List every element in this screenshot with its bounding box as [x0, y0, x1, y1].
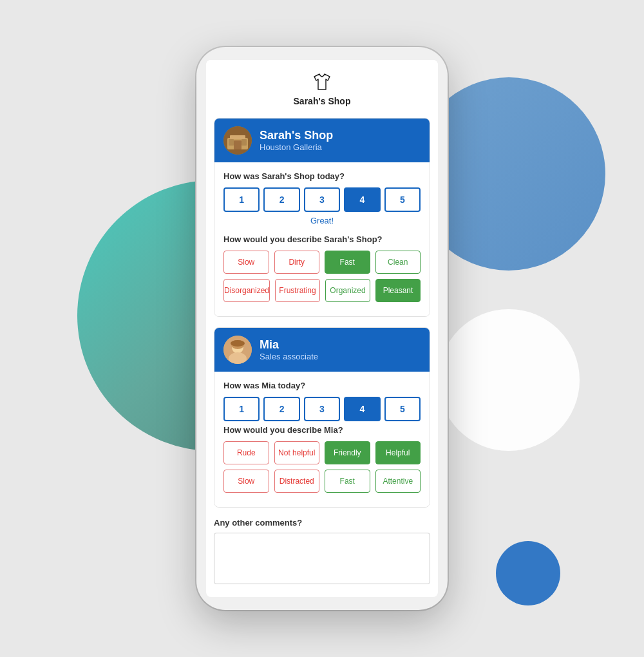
shop-tags: Slow Dirty Fast Clean Disorganized Frust…: [223, 251, 421, 302]
shop-describe-question: How would you describe Sarah's Shop?: [223, 234, 421, 244]
mia-role: Sales associate: [260, 352, 318, 361]
shirt-icon: [310, 70, 334, 93]
mia-survey-card: Mia Sales associate How was Mia today? 1…: [214, 327, 430, 508]
phone-frame: Sarah's Shop Sarah's Shop Hous: [196, 47, 448, 610]
mia-rating-question: How was Mia today?: [223, 381, 421, 390]
shop-tag-pleasant[interactable]: Pleasant: [375, 279, 421, 302]
mia-tag-fast[interactable]: Fast: [325, 470, 370, 493]
mia-tags: Rude Not helpful Friendly Helpful Slow D…: [223, 441, 421, 493]
svg-rect-3: [234, 140, 242, 149]
mia-header-info: Mia Sales associate: [260, 338, 318, 361]
shop-rating-5[interactable]: 5: [384, 187, 421, 212]
shop-rating-3[interactable]: 3: [304, 187, 340, 212]
bg-circle-white: [438, 309, 580, 451]
shop-name: Sarah's Shop: [260, 129, 333, 142]
shop-rating-question: How was Sarah's Shop today?: [223, 171, 421, 181]
shop-tag-clean[interactable]: Clean: [375, 251, 421, 274]
app-header: Sarah's Shop: [206, 60, 438, 113]
shop-rating-caption: Great!: [223, 216, 421, 225]
mia-rating-1[interactable]: 1: [223, 397, 260, 421]
svg-rect-5: [242, 139, 247, 146]
shop-rating-row: 1 2 3 4 5: [223, 187, 421, 212]
shop-location: Houston Galleria: [260, 142, 333, 152]
mia-avatar: [223, 336, 252, 364]
shop-tags-row-2: Disorganized Frustrating Organized Pleas…: [223, 279, 421, 302]
shop-rating-4[interactable]: 4: [344, 187, 380, 212]
mia-tag-distracted[interactable]: Distracted: [274, 470, 320, 493]
shop-tag-fast[interactable]: Fast: [325, 251, 370, 274]
bg-circle-blue-small: [496, 541, 560, 605]
mia-rating-3[interactable]: 3: [304, 397, 340, 421]
mia-card-body: How was Mia today? 1 2 3 4 5 How would y…: [214, 372, 430, 507]
shop-tag-slow[interactable]: Slow: [223, 251, 269, 274]
shop-tag-organized[interactable]: Organized: [325, 279, 370, 302]
mia-name: Mia: [260, 338, 318, 352]
shop-tag-frustrating[interactable]: Frustrating: [275, 279, 320, 302]
mia-tag-attentive[interactable]: Attentive: [375, 470, 421, 493]
comments-textarea[interactable]: [214, 533, 430, 584]
mia-rating-5[interactable]: 5: [384, 397, 421, 421]
shop-tag-dirty[interactable]: Dirty: [274, 251, 320, 274]
mia-card-header: Mia Sales associate: [214, 328, 430, 372]
shop-avatar: [223, 126, 252, 155]
mia-tags-row-1: Rude Not helpful Friendly Helpful: [223, 441, 421, 464]
mia-rating-2[interactable]: 2: [263, 397, 299, 421]
shop-tags-row-1: Slow Dirty Fast Clean: [223, 251, 421, 274]
mia-describe-question: How would you describe Mia?: [223, 425, 421, 435]
phone-screen: Sarah's Shop Sarah's Shop Hous: [206, 60, 438, 597]
mia-rating-row: 1 2 3 4 5: [223, 397, 421, 421]
comments-section: Any other comments?: [214, 518, 430, 587]
mia-tag-rude[interactable]: Rude: [223, 441, 269, 464]
mia-tag-slow[interactable]: Slow: [223, 470, 269, 493]
mia-tag-not-helpful[interactable]: Not helpful: [274, 441, 320, 464]
shop-survey-card: Sarah's Shop Houston Galleria How was Sa…: [214, 118, 430, 317]
svg-rect-4: [229, 139, 234, 146]
mia-rating-4[interactable]: 4: [344, 397, 380, 421]
shop-header-info: Sarah's Shop Houston Galleria: [260, 129, 333, 152]
mia-tag-friendly[interactable]: Friendly: [325, 441, 370, 464]
shop-tag-disorganized[interactable]: Disorganized: [223, 279, 270, 302]
shop-card-body: How was Sarah's Shop today? 1 2 3 4 5 Gr…: [214, 162, 430, 316]
app-title: Sarah's Shop: [294, 96, 351, 106]
mia-tags-row-2: Slow Distracted Fast Attentive: [223, 470, 421, 493]
mia-tag-helpful[interactable]: Helpful: [375, 441, 421, 464]
svg-rect-2: [230, 135, 245, 139]
comments-label: Any other comments?: [214, 518, 430, 528]
shop-rating-1[interactable]: 1: [223, 187, 260, 212]
shop-rating-2[interactable]: 2: [263, 187, 299, 212]
shop-card-header: Sarah's Shop Houston Galleria: [214, 119, 430, 162]
svg-point-10: [231, 340, 245, 347]
